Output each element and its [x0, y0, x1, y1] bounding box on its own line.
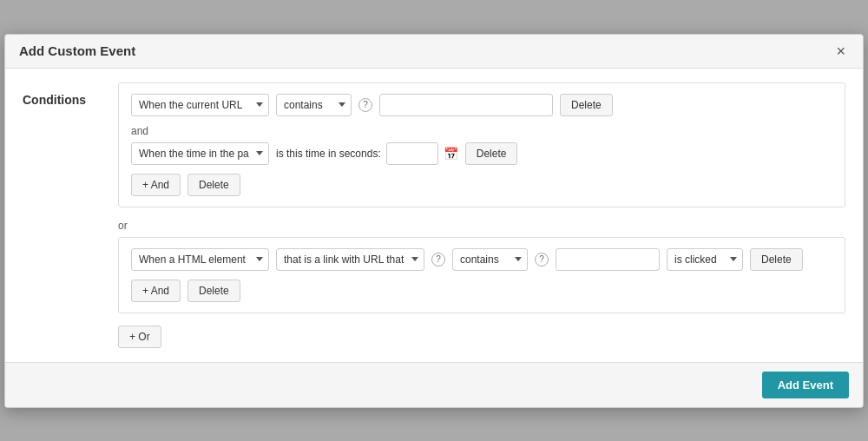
dialog-footer: Add Event — [5, 362, 863, 407]
time-value-input[interactable]: 100 — [386, 142, 438, 165]
or-btn-container: + Or — [118, 326, 845, 348]
help-icon-2[interactable]: ? — [431, 253, 445, 267]
conditions-label: Conditions — [23, 82, 101, 348]
condition-type-select-2[interactable]: When the time in the pa When the current… — [131, 142, 269, 165]
value-input-2[interactable] — [556, 248, 660, 271]
condition-group-2: When a HTML element When the current URL… — [118, 237, 845, 313]
delete-button-2-1[interactable]: Delete — [750, 248, 803, 271]
add-and-button-1[interactable]: + And — [131, 174, 181, 196]
time-label: is this time in seconds: — [276, 148, 381, 160]
close-button[interactable]: × — [832, 43, 849, 59]
condition-row-1-2: When the time in the pa When the current… — [131, 142, 832, 165]
delete-button-1-2[interactable]: Delete — [465, 142, 518, 165]
calendar-icon: 📅 — [444, 147, 458, 161]
action-select[interactable]: is clicked is hovered is visible — [667, 248, 743, 271]
time-input-wrapper: is this time in seconds: 100 📅 — [276, 142, 458, 165]
help-icon-3[interactable]: ? — [535, 253, 549, 267]
add-event-button[interactable]: Add Event — [762, 372, 849, 398]
value-input-1[interactable]: abc — [379, 94, 553, 116]
group-2-actions: + And Delete — [131, 280, 832, 302]
dialog-title: Add Custom Event — [19, 43, 135, 58]
dialog-body: Conditions When the current URL When the… — [5, 69, 863, 362]
element-type-select[interactable]: When a HTML element When the current URL… — [131, 248, 269, 271]
operator-select-2[interactable]: contains equals starts with — [452, 248, 528, 271]
add-and-button-2[interactable]: + And — [131, 280, 181, 302]
condition-group-1: When the current URL When the time in th… — [118, 82, 845, 207]
help-icon-1[interactable]: ? — [358, 98, 372, 112]
delete-group-2-button[interactable]: Delete — [187, 280, 240, 302]
and-connector-1: and — [131, 125, 832, 137]
dialog-header: Add Custom Event × — [5, 35, 863, 69]
add-custom-event-dialog: Add Custom Event × Conditions When the c… — [4, 34, 864, 408]
condition-row-1-1: When the current URL When the time in th… — [131, 94, 832, 116]
operator-select-1[interactable]: contains equals starts with — [276, 94, 352, 116]
add-or-button[interactable]: + Or — [118, 326, 161, 348]
or-connector: or — [118, 220, 845, 232]
conditions-content: When the current URL When the time in th… — [118, 82, 845, 348]
delete-group-1-button[interactable]: Delete — [187, 174, 240, 196]
link-type-select[interactable]: that is a link with URL that that has cl… — [276, 248, 424, 271]
condition-type-select-1[interactable]: When the current URL When the time in th… — [131, 94, 269, 116]
group-1-actions: + And Delete — [131, 174, 832, 196]
condition-row-2-1: When a HTML element When the current URL… — [131, 248, 832, 271]
delete-button-1-1[interactable]: Delete — [560, 94, 613, 116]
